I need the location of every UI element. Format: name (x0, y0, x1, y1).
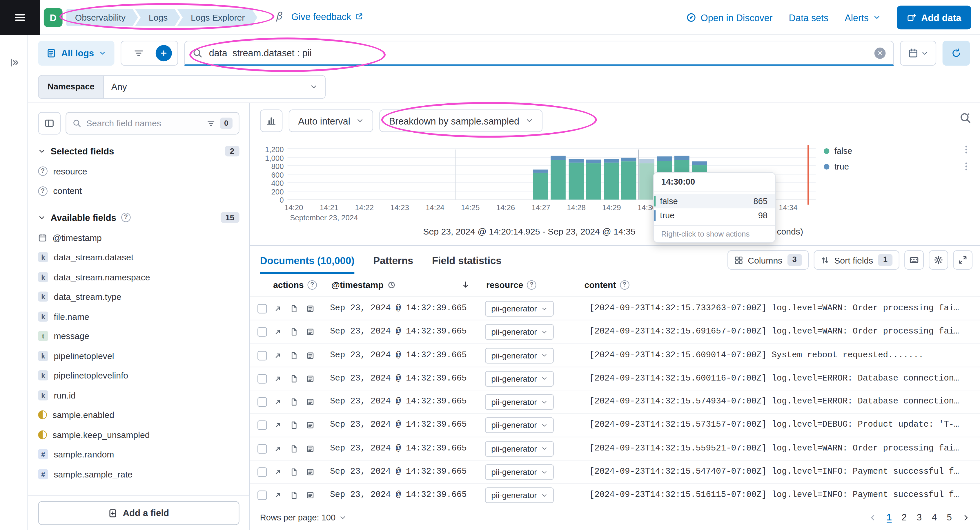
row-checkbox[interactable] (258, 374, 267, 383)
resource-badge[interactable]: pii-generator (485, 465, 554, 480)
document-row[interactable]: Sep 23, 2024 @ 14:32:39.665pii-generator… (250, 367, 980, 390)
expand-document-icon[interactable] (274, 398, 282, 406)
degraded-doc-icon[interactable] (290, 421, 298, 429)
field-item[interactable]: @timestamp (38, 228, 239, 247)
main-menu-button[interactable] (0, 0, 40, 35)
field-filter-icon[interactable] (207, 119, 215, 128)
field-item[interactable]: kpipelinetoplevel (38, 346, 239, 366)
row-checkbox[interactable] (258, 351, 267, 360)
degraded-doc-icon[interactable] (290, 398, 298, 406)
field-item[interactable]: kfile.name (38, 307, 239, 326)
view-details-icon[interactable] (306, 492, 314, 500)
give-feedback-link[interactable]: Give feedback (291, 11, 363, 22)
view-details-icon[interactable] (306, 468, 314, 476)
degraded-doc-icon[interactable] (290, 328, 298, 336)
data-view-picker[interactable]: All logs (38, 41, 115, 65)
available-fields-header[interactable]: Available fields ? 15 (38, 212, 239, 223)
tab-patterns[interactable]: Patterns (373, 255, 413, 274)
query-bar[interactable]: data_stream.dataset : pii × (185, 41, 894, 65)
field-item[interactable]: krun.id (38, 385, 239, 405)
rows-per-page-select[interactable]: Rows per page: 100 (260, 513, 346, 522)
namespace-filter[interactable]: Namespace Any (38, 75, 326, 99)
resource-badge[interactable]: pii-generator (485, 348, 554, 363)
sort-fields-button[interactable]: Sort fields1 (814, 250, 899, 270)
document-row[interactable]: Sep 23, 2024 @ 14:32:39.665pii-generator… (250, 321, 980, 344)
document-row[interactable]: Sep 23, 2024 @ 14:32:39.665pii-generator… (250, 297, 980, 321)
alerts-menu[interactable]: Alerts (845, 12, 881, 23)
data-sets-link[interactable]: Data sets (789, 12, 829, 23)
field-item[interactable]: kdata_stream.dataset (38, 247, 239, 267)
query-input[interactable]: data_stream.dataset : pii (209, 48, 868, 58)
degraded-doc-icon[interactable] (290, 468, 298, 476)
view-details-icon[interactable] (306, 305, 314, 313)
selected-fields-header[interactable]: Selected fields 2 (38, 146, 239, 156)
view-details-icon[interactable] (306, 351, 314, 360)
sort-descending-icon[interactable] (461, 280, 470, 289)
tab-documents-10-000[interactable]: Documents (10,000) (260, 255, 355, 274)
tab-field-statistics[interactable]: Field statistics (432, 255, 501, 274)
field-item[interactable]: kdata_stream.type (38, 287, 239, 307)
histogram-bar[interactable] (639, 159, 654, 200)
interval-select[interactable]: Auto interval (289, 109, 374, 132)
row-checkbox[interactable] (258, 398, 267, 407)
expand-document-icon[interactable] (274, 305, 282, 313)
row-checkbox[interactable] (258, 444, 267, 453)
chart-options-button[interactable] (260, 109, 283, 132)
breadcrumb-item[interactable]: Logs (135, 9, 180, 26)
expand-nav-button[interactable] (5, 54, 23, 71)
fullscreen-button[interactable] (953, 250, 972, 270)
add-field-button[interactable]: Add a field (38, 501, 239, 525)
field-item[interactable]: #sample.sample_rate (38, 464, 239, 484)
keyboard-shortcuts-button[interactable] (904, 250, 924, 270)
resource-badge[interactable]: pii-generator (485, 301, 554, 317)
field-search-input[interactable] (86, 118, 202, 128)
histogram-bar[interactable] (604, 159, 619, 200)
legend-options-icon[interactable] (961, 161, 971, 171)
row-checkbox[interactable] (258, 327, 267, 337)
add-data-button[interactable]: Add data (897, 5, 971, 29)
document-row[interactable]: Sep 23, 2024 @ 14:32:39.665pii-generator… (250, 390, 980, 413)
refresh-button[interactable] (943, 41, 970, 65)
view-details-icon[interactable] (306, 421, 314, 429)
view-details-icon[interactable] (306, 375, 314, 383)
view-details-icon[interactable] (306, 445, 314, 453)
legend-options-icon[interactable] (961, 145, 971, 155)
column-header-resource[interactable]: resource? (486, 280, 536, 290)
field-item[interactable]: ?content (38, 181, 239, 201)
page-button-5[interactable]: 5 (947, 512, 952, 522)
legend-item-false[interactable]: false (824, 146, 852, 156)
document-row[interactable]: Sep 23, 2024 @ 14:32:39.665pii-generator… (250, 437, 980, 460)
view-details-icon[interactable] (306, 398, 314, 406)
degraded-doc-icon[interactable] (290, 351, 298, 360)
histogram-bar[interactable] (533, 169, 548, 200)
document-row[interactable]: Sep 23, 2024 @ 14:32:39.665pii-generator… (250, 461, 980, 484)
resource-badge[interactable]: pii-generator (485, 418, 554, 433)
field-item[interactable]: #sample.random (38, 445, 239, 465)
field-item[interactable]: kpipelinetoplevelinfo (38, 366, 239, 385)
explore-data-button[interactable] (959, 112, 971, 124)
field-item[interactable]: sample.enabled (38, 405, 239, 425)
column-header-timestamp[interactable]: @timestamp (331, 280, 395, 290)
expand-document-icon[interactable] (274, 445, 282, 453)
document-row[interactable]: Sep 23, 2024 @ 14:32:39.665pii-generator… (250, 484, 980, 505)
field-item[interactable]: kdata_stream.namespace (38, 267, 239, 287)
row-checkbox[interactable] (258, 491, 267, 500)
resource-badge[interactable]: pii-generator (485, 441, 554, 457)
expand-document-icon[interactable] (274, 375, 282, 383)
histogram-bar[interactable] (586, 160, 601, 200)
previous-page-button[interactable] (869, 514, 877, 522)
expand-document-icon[interactable] (274, 351, 282, 360)
resource-badge[interactable]: pii-generator (485, 324, 554, 340)
field-item[interactable]: ?resource (38, 161, 239, 181)
field-search[interactable]: 0 (65, 112, 239, 135)
page-button-1[interactable]: 1 (887, 512, 892, 522)
degraded-doc-icon[interactable] (290, 375, 298, 383)
page-button-4[interactable]: 4 (932, 512, 937, 522)
document-row[interactable]: Sep 23, 2024 @ 14:32:39.665pii-generator… (250, 344, 980, 367)
histogram-bar[interactable] (621, 158, 636, 200)
row-checkbox[interactable] (258, 467, 267, 477)
row-checkbox[interactable] (258, 304, 267, 313)
expand-document-icon[interactable] (274, 421, 282, 429)
resource-badge[interactable]: pii-generator (485, 371, 554, 386)
page-button-3[interactable]: 3 (917, 512, 922, 522)
